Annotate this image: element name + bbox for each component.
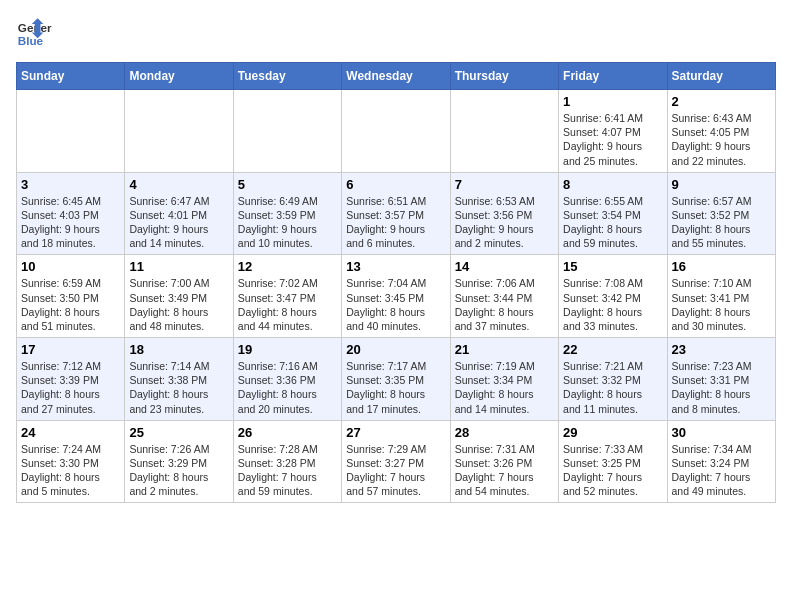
day-info: Sunrise: 7:33 AM Sunset: 3:25 PM Dayligh… bbox=[563, 442, 662, 499]
day-number: 10 bbox=[21, 259, 120, 274]
weekday-header: Wednesday bbox=[342, 63, 450, 90]
day-info: Sunrise: 7:24 AM Sunset: 3:30 PM Dayligh… bbox=[21, 442, 120, 499]
calendar-cell bbox=[233, 90, 341, 173]
day-info: Sunrise: 7:29 AM Sunset: 3:27 PM Dayligh… bbox=[346, 442, 445, 499]
calendar-cell: 23Sunrise: 7:23 AM Sunset: 3:31 PM Dayli… bbox=[667, 338, 775, 421]
calendar-cell: 6Sunrise: 6:51 AM Sunset: 3:57 PM Daylig… bbox=[342, 172, 450, 255]
day-info: Sunrise: 7:23 AM Sunset: 3:31 PM Dayligh… bbox=[672, 359, 771, 416]
calendar-cell: 21Sunrise: 7:19 AM Sunset: 3:34 PM Dayli… bbox=[450, 338, 558, 421]
calendar-cell: 5Sunrise: 6:49 AM Sunset: 3:59 PM Daylig… bbox=[233, 172, 341, 255]
calendar-header-row: SundayMondayTuesdayWednesdayThursdayFrid… bbox=[17, 63, 776, 90]
day-number: 18 bbox=[129, 342, 228, 357]
day-number: 12 bbox=[238, 259, 337, 274]
calendar-cell: 10Sunrise: 6:59 AM Sunset: 3:50 PM Dayli… bbox=[17, 255, 125, 338]
day-info: Sunrise: 6:43 AM Sunset: 4:05 PM Dayligh… bbox=[672, 111, 771, 168]
day-number: 15 bbox=[563, 259, 662, 274]
day-info: Sunrise: 6:53 AM Sunset: 3:56 PM Dayligh… bbox=[455, 194, 554, 251]
calendar-cell: 9Sunrise: 6:57 AM Sunset: 3:52 PM Daylig… bbox=[667, 172, 775, 255]
logo: General Blue bbox=[16, 16, 52, 52]
calendar-cell: 27Sunrise: 7:29 AM Sunset: 3:27 PM Dayli… bbox=[342, 420, 450, 503]
day-number: 16 bbox=[672, 259, 771, 274]
weekday-header: Friday bbox=[559, 63, 667, 90]
day-info: Sunrise: 7:08 AM Sunset: 3:42 PM Dayligh… bbox=[563, 276, 662, 333]
day-number: 13 bbox=[346, 259, 445, 274]
logo-icon: General Blue bbox=[16, 16, 52, 52]
calendar-cell: 15Sunrise: 7:08 AM Sunset: 3:42 PM Dayli… bbox=[559, 255, 667, 338]
weekday-header: Sunday bbox=[17, 63, 125, 90]
calendar-cell: 17Sunrise: 7:12 AM Sunset: 3:39 PM Dayli… bbox=[17, 338, 125, 421]
day-info: Sunrise: 7:00 AM Sunset: 3:49 PM Dayligh… bbox=[129, 276, 228, 333]
day-info: Sunrise: 6:55 AM Sunset: 3:54 PM Dayligh… bbox=[563, 194, 662, 251]
calendar-cell: 13Sunrise: 7:04 AM Sunset: 3:45 PM Dayli… bbox=[342, 255, 450, 338]
day-number: 29 bbox=[563, 425, 662, 440]
weekday-header: Saturday bbox=[667, 63, 775, 90]
day-number: 5 bbox=[238, 177, 337, 192]
calendar-table: SundayMondayTuesdayWednesdayThursdayFrid… bbox=[16, 62, 776, 503]
day-info: Sunrise: 7:17 AM Sunset: 3:35 PM Dayligh… bbox=[346, 359, 445, 416]
calendar-cell: 18Sunrise: 7:14 AM Sunset: 3:38 PM Dayli… bbox=[125, 338, 233, 421]
day-number: 23 bbox=[672, 342, 771, 357]
calendar-week-row: 17Sunrise: 7:12 AM Sunset: 3:39 PM Dayli… bbox=[17, 338, 776, 421]
day-info: Sunrise: 7:31 AM Sunset: 3:26 PM Dayligh… bbox=[455, 442, 554, 499]
calendar-week-row: 3Sunrise: 6:45 AM Sunset: 4:03 PM Daylig… bbox=[17, 172, 776, 255]
day-info: Sunrise: 6:57 AM Sunset: 3:52 PM Dayligh… bbox=[672, 194, 771, 251]
calendar-cell: 12Sunrise: 7:02 AM Sunset: 3:47 PM Dayli… bbox=[233, 255, 341, 338]
day-info: Sunrise: 7:06 AM Sunset: 3:44 PM Dayligh… bbox=[455, 276, 554, 333]
day-info: Sunrise: 7:14 AM Sunset: 3:38 PM Dayligh… bbox=[129, 359, 228, 416]
calendar-cell: 20Sunrise: 7:17 AM Sunset: 3:35 PM Dayli… bbox=[342, 338, 450, 421]
day-info: Sunrise: 6:41 AM Sunset: 4:07 PM Dayligh… bbox=[563, 111, 662, 168]
day-number: 21 bbox=[455, 342, 554, 357]
day-info: Sunrise: 6:45 AM Sunset: 4:03 PM Dayligh… bbox=[21, 194, 120, 251]
calendar-cell: 8Sunrise: 6:55 AM Sunset: 3:54 PM Daylig… bbox=[559, 172, 667, 255]
day-info: Sunrise: 7:12 AM Sunset: 3:39 PM Dayligh… bbox=[21, 359, 120, 416]
calendar-cell: 14Sunrise: 7:06 AM Sunset: 3:44 PM Dayli… bbox=[450, 255, 558, 338]
calendar-cell: 16Sunrise: 7:10 AM Sunset: 3:41 PM Dayli… bbox=[667, 255, 775, 338]
day-number: 24 bbox=[21, 425, 120, 440]
day-number: 30 bbox=[672, 425, 771, 440]
day-info: Sunrise: 7:28 AM Sunset: 3:28 PM Dayligh… bbox=[238, 442, 337, 499]
calendar-week-row: 24Sunrise: 7:24 AM Sunset: 3:30 PM Dayli… bbox=[17, 420, 776, 503]
day-info: Sunrise: 7:10 AM Sunset: 3:41 PM Dayligh… bbox=[672, 276, 771, 333]
day-number: 7 bbox=[455, 177, 554, 192]
calendar-cell: 30Sunrise: 7:34 AM Sunset: 3:24 PM Dayli… bbox=[667, 420, 775, 503]
weekday-header: Monday bbox=[125, 63, 233, 90]
day-number: 1 bbox=[563, 94, 662, 109]
day-info: Sunrise: 7:19 AM Sunset: 3:34 PM Dayligh… bbox=[455, 359, 554, 416]
day-number: 11 bbox=[129, 259, 228, 274]
calendar-cell: 2Sunrise: 6:43 AM Sunset: 4:05 PM Daylig… bbox=[667, 90, 775, 173]
calendar-cell: 28Sunrise: 7:31 AM Sunset: 3:26 PM Dayli… bbox=[450, 420, 558, 503]
day-info: Sunrise: 6:49 AM Sunset: 3:59 PM Dayligh… bbox=[238, 194, 337, 251]
day-number: 2 bbox=[672, 94, 771, 109]
calendar-cell bbox=[17, 90, 125, 173]
day-info: Sunrise: 6:47 AM Sunset: 4:01 PM Dayligh… bbox=[129, 194, 228, 251]
day-number: 28 bbox=[455, 425, 554, 440]
calendar-cell bbox=[342, 90, 450, 173]
day-number: 4 bbox=[129, 177, 228, 192]
day-info: Sunrise: 7:26 AM Sunset: 3:29 PM Dayligh… bbox=[129, 442, 228, 499]
day-number: 26 bbox=[238, 425, 337, 440]
calendar-cell: 7Sunrise: 6:53 AM Sunset: 3:56 PM Daylig… bbox=[450, 172, 558, 255]
day-number: 14 bbox=[455, 259, 554, 274]
day-number: 22 bbox=[563, 342, 662, 357]
calendar-cell: 24Sunrise: 7:24 AM Sunset: 3:30 PM Dayli… bbox=[17, 420, 125, 503]
calendar-cell: 3Sunrise: 6:45 AM Sunset: 4:03 PM Daylig… bbox=[17, 172, 125, 255]
calendar-cell bbox=[125, 90, 233, 173]
calendar-cell: 1Sunrise: 6:41 AM Sunset: 4:07 PM Daylig… bbox=[559, 90, 667, 173]
day-number: 25 bbox=[129, 425, 228, 440]
calendar-cell: 25Sunrise: 7:26 AM Sunset: 3:29 PM Dayli… bbox=[125, 420, 233, 503]
day-info: Sunrise: 6:51 AM Sunset: 3:57 PM Dayligh… bbox=[346, 194, 445, 251]
weekday-header: Thursday bbox=[450, 63, 558, 90]
day-info: Sunrise: 7:16 AM Sunset: 3:36 PM Dayligh… bbox=[238, 359, 337, 416]
calendar-cell: 11Sunrise: 7:00 AM Sunset: 3:49 PM Dayli… bbox=[125, 255, 233, 338]
calendar-cell: 26Sunrise: 7:28 AM Sunset: 3:28 PM Dayli… bbox=[233, 420, 341, 503]
day-info: Sunrise: 7:02 AM Sunset: 3:47 PM Dayligh… bbox=[238, 276, 337, 333]
calendar-cell: 22Sunrise: 7:21 AM Sunset: 3:32 PM Dayli… bbox=[559, 338, 667, 421]
day-info: Sunrise: 7:34 AM Sunset: 3:24 PM Dayligh… bbox=[672, 442, 771, 499]
day-number: 27 bbox=[346, 425, 445, 440]
weekday-header: Tuesday bbox=[233, 63, 341, 90]
calendar-cell: 4Sunrise: 6:47 AM Sunset: 4:01 PM Daylig… bbox=[125, 172, 233, 255]
day-info: Sunrise: 7:21 AM Sunset: 3:32 PM Dayligh… bbox=[563, 359, 662, 416]
day-info: Sunrise: 6:59 AM Sunset: 3:50 PM Dayligh… bbox=[21, 276, 120, 333]
day-number: 19 bbox=[238, 342, 337, 357]
day-number: 8 bbox=[563, 177, 662, 192]
